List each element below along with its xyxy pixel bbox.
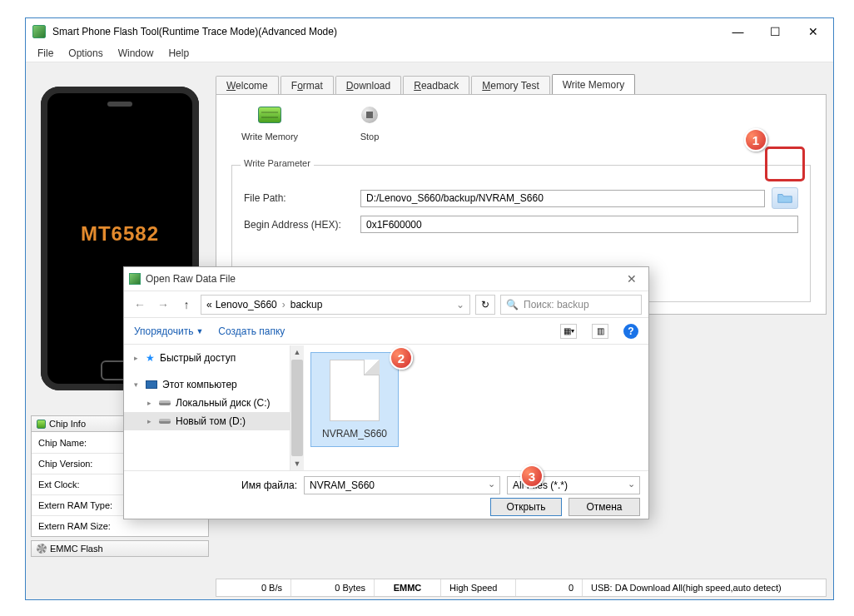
nav-forward-button[interactable]: → xyxy=(154,296,172,314)
organize-menu[interactable]: Упорядочить ▼ xyxy=(134,325,203,337)
filename-input[interactable]: NVRAM_S660 xyxy=(304,476,500,494)
nav-back-button[interactable]: ← xyxy=(131,296,149,314)
menu-file[interactable]: File xyxy=(31,46,60,61)
menu-window[interactable]: Window xyxy=(112,46,161,61)
preview-pane-button[interactable]: ▥ xyxy=(592,324,608,339)
scroll-up-button[interactable]: ▲ xyxy=(290,345,304,359)
view-mode-button[interactable]: ▦ ▾ xyxy=(560,324,577,339)
app-icon xyxy=(32,25,46,38)
close-button[interactable]: ✕ xyxy=(794,19,832,43)
stop-label: Stop xyxy=(360,132,380,142)
file-open-dialog: Open Raw Data File ✕ ← → ↑ « Lenovo_S660… xyxy=(123,266,649,519)
status-usb: USB: DA Download All(high speed,auto det… xyxy=(583,579,826,596)
chip-icon xyxy=(37,420,46,429)
menu-options[interactable]: Options xyxy=(62,46,109,61)
tab-strip: Welcome Format Download Readback Memory … xyxy=(216,75,637,95)
search-icon: 🔍 xyxy=(506,299,519,310)
filepath-label: File Path: xyxy=(244,192,360,204)
breadcrumb-seg-2[interactable]: backup xyxy=(290,299,323,310)
disk-icon xyxy=(159,400,171,405)
status-bar: 0 B/s 0 Bytes EMMC High Speed 0 USB: DA … xyxy=(216,579,827,597)
file-icon xyxy=(330,360,380,421)
status-mid: 0 xyxy=(516,579,583,596)
scroll-thumb[interactable] xyxy=(291,360,303,456)
tree-this-pc[interactable]: ▾Этот компьютер xyxy=(124,375,290,394)
stop-button[interactable]: Stop xyxy=(336,103,403,142)
folder-tree[interactable]: ▸★Быстрый доступ ▾Этот компьютер ▸Локаль… xyxy=(124,345,290,470)
write-memory-label: Write Memory xyxy=(241,132,298,142)
breadcrumb-seg-1[interactable]: Lenovo_S660 xyxy=(216,299,277,310)
badge-2: 2 xyxy=(390,346,413,370)
menu-help[interactable]: Help xyxy=(161,46,196,61)
help-button[interactable]: ? xyxy=(623,324,638,339)
emmc-flash-header[interactable]: EMMC Flash xyxy=(31,540,209,557)
write-memory-button[interactable]: Write Memory xyxy=(236,103,303,142)
tab-format[interactable]: Format xyxy=(281,76,334,95)
tree-drive-c[interactable]: ▸Локальный диск (C:) xyxy=(124,394,290,412)
tab-memory-test[interactable]: Memory Test xyxy=(471,76,549,95)
status-speed: High Speed xyxy=(441,579,516,596)
filename-label: Имя файла: xyxy=(211,479,297,491)
stop-icon xyxy=(361,107,378,123)
dialog-title: Open Raw Data File xyxy=(146,273,620,285)
nav-up-button[interactable]: ↑ xyxy=(177,296,196,314)
cancel-button[interactable]: Отмена xyxy=(569,498,640,516)
browse-folder-button[interactable] xyxy=(772,187,798,209)
tree-drive-d[interactable]: ▸Новый том (D:) xyxy=(124,412,290,430)
status-type: EMMC xyxy=(375,579,441,596)
refresh-button[interactable]: ↻ xyxy=(475,295,495,315)
tab-readback[interactable]: Readback xyxy=(403,76,469,95)
badge-3: 3 xyxy=(520,464,544,488)
gear-icon xyxy=(37,544,47,554)
badge-1: 1 xyxy=(744,128,767,152)
file-list[interactable]: NVRAM_S660 xyxy=(304,345,648,470)
titlebar: Smart Phone Flash Tool(Runtime Trace Mod… xyxy=(26,18,833,44)
maximize-button[interactable]: ☐ xyxy=(757,19,794,43)
phone-model-label: MT6582 xyxy=(81,222,159,246)
open-button[interactable]: Открыть xyxy=(490,498,562,516)
tree-quick-access[interactable]: ▸★Быстрый доступ xyxy=(124,349,290,367)
window-title: Smart Phone Flash Tool(Runtime Trace Mod… xyxy=(52,26,719,37)
tree-scrollbar[interactable]: ▲ ▼ xyxy=(290,345,304,470)
star-icon: ★ xyxy=(146,352,155,364)
status-bytes: 0 Bytes xyxy=(291,579,375,596)
new-folder-button[interactable]: Создать папку xyxy=(218,325,285,337)
tab-download[interactable]: Download xyxy=(335,76,401,95)
file-name-label: NVRAM_S660 xyxy=(322,428,387,440)
breadcrumb[interactable]: « Lenovo_S660 › backup ⌄ xyxy=(201,295,470,315)
file-item-nvram[interactable]: NVRAM_S660 xyxy=(310,352,399,447)
dialog-close-button[interactable]: ✕ xyxy=(620,272,643,286)
pc-icon xyxy=(146,380,157,389)
folder-icon xyxy=(777,192,792,204)
search-placeholder: Поиск: backup xyxy=(524,299,589,310)
group-legend: Write Parameter xyxy=(241,158,314,168)
search-input[interactable]: 🔍 Поиск: backup xyxy=(500,295,642,315)
begin-address-label: Begin Address (HEX): xyxy=(244,219,360,231)
tab-welcome[interactable]: Welcome xyxy=(216,76,279,95)
chip-icon xyxy=(258,107,281,123)
status-bps: 0 B/s xyxy=(216,579,291,596)
filepath-input[interactable] xyxy=(360,190,765,207)
scroll-down-button[interactable]: ▼ xyxy=(290,457,304,470)
disk-icon xyxy=(159,419,171,424)
begin-address-input[interactable] xyxy=(360,216,798,233)
menubar: File Options Window Help xyxy=(26,44,833,62)
tab-write-memory[interactable]: Write Memory xyxy=(552,74,635,95)
dialog-app-icon xyxy=(129,273,141,285)
minimize-button[interactable]: — xyxy=(719,19,757,43)
